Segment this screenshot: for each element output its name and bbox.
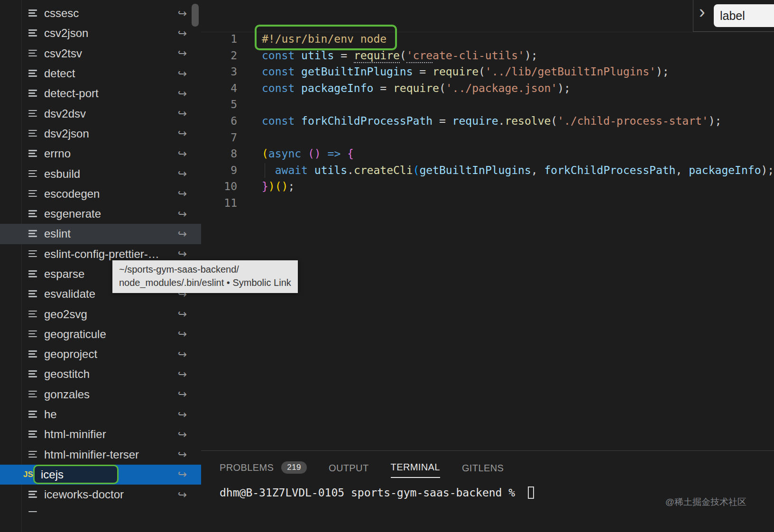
list-item-he[interactable]: he↪: [0, 404, 201, 424]
file-lines-icon: [28, 209, 38, 219]
list-item-eslint[interactable]: eslint↪: [0, 224, 201, 244]
symlink-icon: ↪: [178, 388, 187, 401]
list-item-html-minifier[interactable]: html-minifier↪: [0, 424, 201, 444]
top-right-widget: › label: [693, 0, 774, 32]
file-label: gonzales: [44, 388, 90, 401]
line-number: 8: [201, 146, 237, 162]
line-number: 9: [201, 162, 237, 179]
list-item-esbuild[interactable]: esbuild↪: [0, 164, 201, 183]
list-item-detect-port[interactable]: detect-port↪: [0, 83, 201, 103]
panel-tab-gitlens[interactable]: GITLENS: [462, 463, 504, 478]
code-line-10[interactable]: 10})();: [201, 178, 774, 195]
scrollbar-thumb[interactable]: [192, 4, 199, 27]
list-item-csv2tsv[interactable]: csv2tsv↪: [0, 44, 201, 64]
file-lines-icon: [28, 449, 38, 460]
panel-tab-terminal[interactable]: TERMINAL: [391, 462, 440, 478]
code-line-11[interactable]: 11: [201, 195, 774, 211]
symlink-icon: ↪: [178, 27, 187, 40]
tab-label: GITLENS: [462, 463, 504, 474]
list-item-dsv2dsv[interactable]: dsv2dsv↪: [0, 103, 201, 123]
terminal-cursor: [528, 486, 534, 499]
file-label: cssesc: [44, 7, 79, 20]
file-label: dsv2json: [44, 127, 89, 140]
symlink-icon: ↪: [178, 408, 187, 421]
symlink-icon: ↪: [178, 167, 187, 180]
list-item-geograticule[interactable]: geograticule↪: [0, 324, 201, 344]
list-item-geoproject[interactable]: geoproject↪: [0, 344, 201, 364]
list-item-geostitch[interactable]: geostitch↪: [0, 364, 201, 384]
tab-label: TERMINAL: [391, 462, 440, 473]
file-lines-icon: [28, 189, 38, 199]
file-label: html-minifier: [44, 428, 106, 441]
list-item[interactable]: [0, 504, 201, 512]
file-lines-icon: [28, 349, 38, 359]
file-lines-icon: [28, 510, 38, 512]
symlink-icon: ↪: [178, 348, 187, 361]
list-item-esgenerate[interactable]: esgenerate↪: [0, 204, 201, 224]
file-label: iceworks-doctor: [44, 488, 124, 501]
line-number: 4: [201, 80, 237, 97]
file-lines-icon: [28, 369, 38, 379]
list-item-cssesc[interactable]: cssesc↪: [0, 3, 201, 23]
file-lines-icon: [28, 289, 38, 299]
file-label: errno: [44, 147, 71, 160]
list-item-geo2svg[interactable]: geo2svg↪: [0, 304, 201, 324]
list-item-html-minifier-terser[interactable]: html-minifier-terser↪: [0, 445, 201, 465]
list-item-icejs[interactable]: JSicejs↪: [0, 465, 201, 485]
code-line-6[interactable]: 6const forkChildProcessPath = require.re…: [201, 113, 774, 129]
file-label: geostitch: [44, 367, 90, 381]
code-line-5[interactable]: 5: [201, 96, 774, 113]
file-lines-icon: [28, 269, 38, 279]
file-lines-icon: [28, 8, 38, 18]
line-number: 3: [201, 64, 237, 80]
file-lines-icon: [28, 429, 38, 440]
list-item-csv2json[interactable]: csv2json↪: [0, 23, 201, 43]
file-lines-icon: [28, 229, 38, 239]
list-item-detect[interactable]: detect↪: [0, 64, 201, 83]
file-label: eslint: [44, 227, 71, 240]
panel-tab-output[interactable]: OUTPUT: [329, 463, 369, 478]
symlink-icon: ↪: [178, 67, 187, 80]
file-label: csv2json: [44, 27, 88, 40]
editor-indent-guide: [265, 163, 265, 178]
file-lines-icon: [28, 48, 38, 59]
list-item-gonzales[interactable]: gonzales↪: [0, 385, 201, 404]
symlink-icon: ↪: [178, 308, 187, 321]
line-number: 6: [201, 113, 237, 129]
symlink-icon: ↪: [178, 248, 187, 260]
file-label: csv2tsv: [44, 47, 82, 60]
terminal-prompt: dhm@B-31Z7LVDL-0105 sports-gym-saas-back…: [220, 486, 522, 499]
file-label: geograticule: [44, 328, 106, 341]
line-number: 1: [201, 31, 237, 47]
code-line-8[interactable]: 8(async () => {: [201, 146, 774, 162]
symlink-icon: ↪: [178, 107, 187, 120]
list-item-errno[interactable]: errno↪: [0, 144, 201, 164]
code-line-4[interactable]: 4const packageInfo = require('../package…: [201, 80, 774, 97]
list-item-iceworks-doctor[interactable]: iceworks-doctor↪: [0, 485, 201, 504]
list-item-escodegen[interactable]: escodegen↪: [0, 184, 201, 204]
symlink-icon: ↪: [178, 328, 187, 340]
file-label: esbuild: [44, 167, 80, 181]
code-editor[interactable]: 1#!/usr/bin/env node2const utils = requi…: [201, 0, 774, 450]
chevron-right-icon[interactable]: ›: [699, 2, 705, 22]
line-number: 5: [201, 96, 237, 113]
label-pill[interactable]: label: [714, 4, 774, 27]
line-number: 11: [201, 195, 237, 211]
code-line-7[interactable]: 7: [201, 129, 774, 146]
bottom-panel: PROBLEMS219OUTPUTTERMINALGITLENS dhm@B-3…: [201, 450, 774, 532]
symlink-icon: ↪: [178, 208, 187, 220]
line-number: 10: [201, 178, 237, 195]
file-lines-icon: [28, 68, 38, 79]
file-label: esgenerate: [44, 207, 101, 220]
file-lines-icon: [28, 88, 38, 99]
code-line-9[interactable]: 9 await utils.createCli(getBuiltInPlugin…: [201, 162, 774, 179]
code-line-3[interactable]: 3const getBuiltInPlugins = require('../l…: [201, 64, 774, 80]
panel-tab-problems[interactable]: PROBLEMS219: [220, 461, 307, 478]
symlink-icon: ↪: [178, 368, 187, 381]
symlink-icon: ↪: [178, 468, 187, 481]
file-lines-icon: [28, 109, 38, 119]
list-item-dsv2json[interactable]: dsv2json↪: [0, 124, 201, 144]
tab-label: PROBLEMS: [220, 462, 274, 473]
file-label: dsv2dsv: [44, 107, 86, 120]
tooltip: ~/sports-gym-saas-backend/ node_modules/…: [112, 260, 298, 293]
